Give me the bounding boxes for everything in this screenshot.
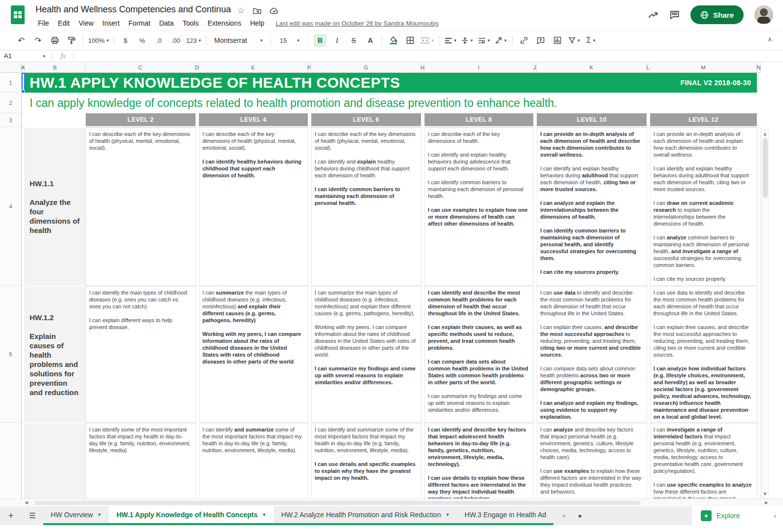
- cell-hw12-level10[interactable]: I can use data to identify and describe …: [537, 286, 647, 423]
- zoom-select[interactable]: 100%▾: [88, 34, 109, 47]
- column-header-h[interactable]: H: [421, 62, 424, 73]
- menu-insert[interactable]: Insert: [98, 18, 124, 29]
- menu-format[interactable]: Format: [124, 18, 155, 29]
- sheet-banner[interactable]: HW.1 APPLY KNOWLEDGE OF HEALTH CONCEPTS …: [25, 73, 757, 93]
- cell-hw11-level10[interactable]: I can provide an in-depth analysis of ea…: [537, 127, 647, 286]
- column-header-m[interactable]: M: [650, 62, 757, 73]
- menu-extensions[interactable]: Extensions: [203, 18, 245, 29]
- cell-hw11-level6[interactable]: I can describe each of the key dimension…: [311, 127, 421, 286]
- insert-chart-icon[interactable]: [551, 34, 564, 47]
- font-size-select[interactable]: 15▾: [276, 34, 303, 47]
- format-currency-button[interactable]: $: [119, 34, 132, 47]
- level-4-header[interactable]: LEVEL 4: [199, 113, 308, 126]
- star-icon[interactable]: ☆: [237, 5, 245, 16]
- column-header-k[interactable]: K: [537, 62, 647, 73]
- sheet-subtitle[interactable]: I can apply knowledge of concepts relate…: [25, 93, 757, 113]
- text-color-button[interactable]: A: [364, 34, 377, 47]
- column-header-d[interactable]: D: [196, 62, 199, 73]
- italic-button[interactable]: I: [330, 34, 343, 47]
- cell-hw11-level12[interactable]: I can provide an in-depth analysis of ea…: [650, 127, 757, 286]
- document-title[interactable]: Health and Wellness Competencies and Con…: [35, 4, 231, 15]
- vertical-scroll-thumb[interactable]: [763, 138, 768, 198]
- cell-hw13-level6[interactable]: I can identify and summarize some of the…: [311, 423, 421, 499]
- tab-hw-overview[interactable]: HW Overview▼: [43, 506, 109, 525]
- cell-hw11-level8[interactable]: I can describe each of the key dimension…: [424, 127, 533, 286]
- menu-file[interactable]: File: [33, 18, 54, 29]
- competency-label-hw12[interactable]: HW.1.2 Explain causes of health problems…: [25, 286, 86, 423]
- decrease-decimal-button[interactable]: .0: [153, 34, 165, 47]
- menu-help[interactable]: Help: [246, 18, 269, 29]
- all-sheets-button[interactable]: ☰: [22, 506, 43, 525]
- bold-button[interactable]: B: [314, 34, 326, 47]
- create-filter-icon[interactable]: ▾: [568, 34, 581, 47]
- cell-hw12-level2[interactable]: I can identify the main types of childho…: [86, 286, 196, 423]
- last-edit-link[interactable]: Last edit was made on October 26 by Sand…: [276, 20, 439, 27]
- format-percent-button[interactable]: %: [136, 34, 149, 47]
- cell-hw13-level2[interactable]: I can identify some of the most importan…: [86, 423, 196, 499]
- text-rotation-button[interactable]: ▾: [494, 34, 507, 47]
- competency-label-hw11[interactable]: HW.1.1 Analyze the four dimensions of he…: [25, 127, 86, 286]
- collapse-toolbar-icon[interactable]: ∧: [767, 35, 772, 43]
- tab-menu-icon[interactable]: ▼: [445, 512, 450, 517]
- sheets-logo-icon[interactable]: [11, 5, 25, 24]
- horizontal-scrollbar[interactable]: ◄ ►: [0, 499, 783, 506]
- horizontal-align-button[interactable]: ▾: [444, 34, 457, 47]
- tab-hw3-engage[interactable]: HW.3 Engage in Health Ad: [457, 506, 554, 525]
- scroll-up-icon[interactable]: ▲: [763, 130, 768, 138]
- cell-hw13-level4[interactable]: I can identify and summarize some of the…: [199, 423, 308, 499]
- cell-hw11-level4[interactable]: I can describe each of the key dimension…: [199, 127, 308, 286]
- formula-input[interactable]: [76, 50, 783, 62]
- scroll-left-icon[interactable]: ◄: [24, 499, 29, 505]
- cell-hw12-level6[interactable]: I can summarize the main types of childh…: [311, 286, 421, 423]
- name-box[interactable]: A1▾: [0, 52, 49, 60]
- level-12-header[interactable]: LEVEL 12: [650, 113, 757, 126]
- paint-format-icon[interactable]: [65, 34, 78, 47]
- cell-hw13-level10[interactable]: I can analyze and describe key factors t…: [537, 423, 647, 499]
- cell-hw12-level4[interactable]: I can summarize the main types of childh…: [199, 286, 308, 423]
- row-header-5[interactable]: 5: [0, 286, 22, 423]
- column-header-e[interactable]: E: [199, 62, 308, 73]
- cell-hw11-level2[interactable]: I can describe each of the key dimension…: [86, 127, 196, 286]
- vertical-scrollbar[interactable]: ▲ ▼: [761, 129, 769, 499]
- cloud-status-icon[interactable]: [269, 7, 279, 14]
- column-header-c[interactable]: C: [86, 62, 196, 73]
- insert-link-icon[interactable]: [518, 34, 530, 47]
- row-header-6[interactable]: [0, 423, 22, 499]
- level-10-header[interactable]: LEVEL 10: [537, 113, 647, 126]
- column-header-f[interactable]: F: [308, 62, 311, 73]
- strikethrough-button[interactable]: S: [347, 34, 360, 47]
- cell-hw13-level8[interactable]: I can identify and describe key factors …: [424, 423, 533, 499]
- share-button[interactable]: Share: [690, 5, 744, 24]
- print-icon[interactable]: [48, 34, 61, 47]
- column-header-g[interactable]: G: [311, 62, 421, 73]
- collapse-explore-icon[interactable]: ‹: [774, 512, 776, 520]
- menu-tools[interactable]: Tools: [178, 18, 203, 29]
- avatar[interactable]: [754, 5, 773, 24]
- tab-menu-icon[interactable]: ▼: [98, 512, 102, 517]
- comments-icon[interactable]: [670, 10, 680, 19]
- scroll-down-icon[interactable]: ▼: [763, 490, 768, 498]
- row-header-3[interactable]: 3: [0, 113, 22, 127]
- level-2-header[interactable]: LEVEL 2: [86, 113, 196, 126]
- cell-hw12-level8[interactable]: I can identify and describe the most com…: [424, 286, 533, 423]
- tab-hw1-apply-knowledge[interactable]: HW.1 Apply Knowledge of Health Concepts▼: [109, 506, 273, 525]
- activity-trend-icon[interactable]: [648, 11, 659, 19]
- font-select[interactable]: Montserrat▾: [211, 34, 265, 47]
- insert-comment-icon[interactable]: [534, 34, 547, 47]
- column-header-i[interactable]: I: [424, 62, 533, 73]
- menu-view[interactable]: View: [74, 18, 98, 29]
- column-header-l[interactable]: L: [647, 62, 650, 73]
- explore-button[interactable]: ✦ Explore: [701, 510, 740, 521]
- menu-edit[interactable]: Edit: [54, 18, 74, 29]
- add-sheet-button[interactable]: +: [0, 506, 22, 525]
- cell-hw13-level12[interactable]: I can investigate a range of interrelate…: [650, 423, 757, 499]
- tabs-scroll-right-icon[interactable]: ►: [578, 513, 583, 519]
- borders-button[interactable]: [404, 34, 417, 47]
- text-wrap-button[interactable]: ▾: [478, 34, 490, 47]
- move-to-folder-icon[interactable]: [253, 7, 261, 15]
- level-6-header[interactable]: LEVEL 6: [311, 113, 421, 126]
- cell-hw12-level12[interactable]: I can use data to identify and describe …: [650, 286, 757, 423]
- tab-hw2-analyze-health[interactable]: HW.2 Analyze Health Promotion and Risk R…: [274, 506, 457, 525]
- horizontal-scroll-thumb[interactable]: [34, 501, 640, 505]
- fill-color-button[interactable]: [387, 34, 400, 47]
